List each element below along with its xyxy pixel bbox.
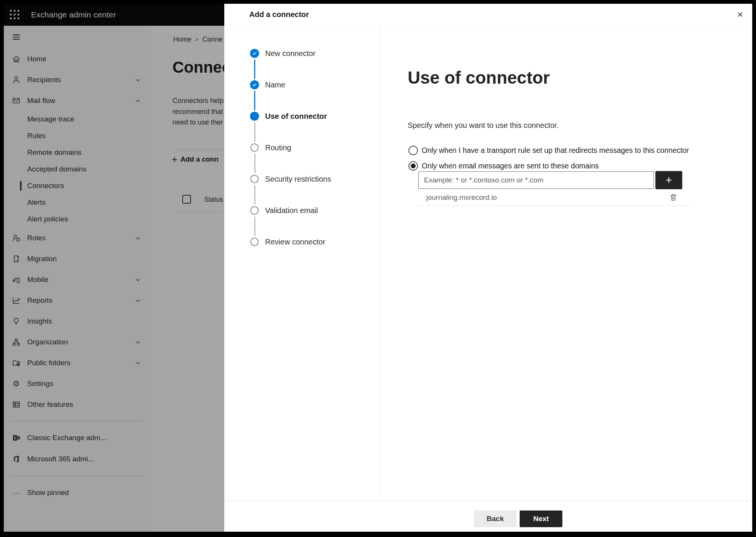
plus-icon[interactable]: + — [655, 171, 682, 189]
wizard-step-use-of-connector[interactable]: Use of connector — [224, 112, 379, 143]
dialog-footer: Back Next — [224, 501, 752, 532]
step-circle-upcoming — [250, 143, 259, 152]
wizard-content: Use of connector Specify when you want t… — [380, 25, 752, 501]
radio-button[interactable] — [408, 146, 418, 155]
domain-entry-row: + — [418, 171, 752, 189]
back-button[interactable]: Back — [474, 511, 517, 527]
step-circle-current — [250, 112, 259, 121]
connector-use-option-1[interactable]: Only when I have a transport rule set up… — [408, 146, 752, 155]
close-icon[interactable]: ✕ — [734, 9, 746, 21]
step-circle-completed — [250, 80, 259, 89]
step-connector-line — [255, 185, 255, 205]
domain-list: journaling.mxrecord.io — [418, 189, 692, 206]
domain-name: journaling.mxrecord.io — [426, 193, 497, 202]
step-label: New connector — [265, 49, 315, 58]
step-connector-line — [255, 154, 255, 173]
dialog-header: Add a connector ✕ — [224, 4, 752, 25]
option-label: Only when email messages are sent to the… — [422, 162, 599, 170]
wizard-step-review-connector[interactable]: Review connector — [224, 237, 379, 269]
step-circle-upcoming — [250, 175, 259, 183]
step-label: Use of connector — [265, 112, 327, 121]
add-connector-dialog: Add a connector ✕ New connectorNameUse o… — [224, 4, 752, 532]
step-connector-line — [254, 91, 255, 111]
domain-list-item: journaling.mxrecord.io — [418, 189, 692, 206]
step-heading: Use of connector — [408, 67, 752, 88]
step-label: Security restrictions — [265, 175, 331, 184]
step-circle-upcoming — [250, 238, 259, 246]
wizard-step-routing[interactable]: Routing — [224, 143, 379, 174]
connector-use-option-2[interactable]: Only when email messages are sent to the… — [408, 161, 752, 171]
step-circle-completed — [250, 49, 259, 58]
wizard-steps: New connectorNameUse of connectorRouting… — [224, 25, 379, 501]
wizard-step-name[interactable]: Name — [224, 80, 379, 112]
step-circle-upcoming — [250, 206, 259, 215]
wizard-step-new-connector[interactable]: New connector — [224, 49, 379, 80]
dialog-title: Add a connector — [249, 4, 309, 25]
step-label: Name — [265, 81, 285, 89]
step-subtext: Specify when you want to use this connec… — [408, 121, 752, 130]
radio-button-selected[interactable] — [408, 161, 418, 171]
step-connector-line — [254, 59, 255, 79]
option-label: Only when I have a transport rule set up… — [422, 146, 689, 155]
step-connector-line — [255, 122, 255, 142]
wizard-step-validation-email[interactable]: Validation email — [224, 206, 379, 237]
step-label: Validation email — [265, 206, 318, 215]
step-connector-line — [255, 216, 255, 236]
step-label: Review connector — [265, 238, 325, 246]
wizard-step-security-restrictions[interactable]: Security restrictions — [224, 174, 379, 206]
next-button[interactable]: Next — [520, 511, 562, 527]
trash-icon[interactable] — [668, 193, 678, 202]
screen: Exchange admin center HomeRecipientsMail… — [4, 4, 752, 532]
step-label: Routing — [265, 143, 291, 152]
domain-input[interactable] — [418, 171, 654, 189]
